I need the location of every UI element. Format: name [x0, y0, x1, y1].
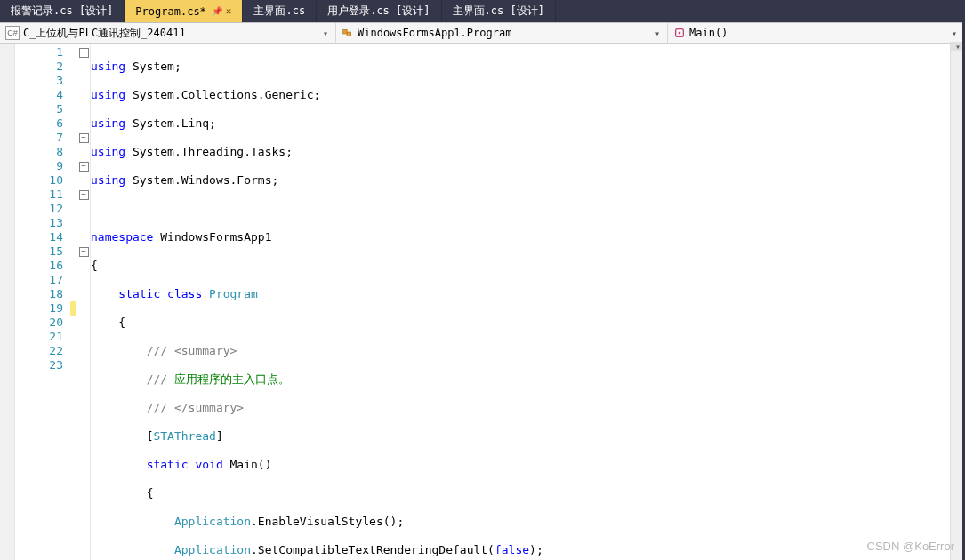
tab-label: 主界面.cs	[253, 4, 305, 19]
line-number: 9	[15, 159, 63, 173]
code-line: {	[91, 486, 965, 500]
document-tabs: 报警记录.cs [设计] Program.cs* 📌 ✕ 主界面.cs 用户登录…	[0, 0, 965, 23]
code-line: /// <summary>	[91, 344, 965, 358]
line-number: 21	[15, 330, 63, 344]
code-editor[interactable]: 1 2 3 4 5 6 7 8 9 10 11 12 13 14 15 16 1…	[0, 44, 965, 560]
line-number: 11	[15, 188, 63, 202]
fold-toggle[interactable]: −	[79, 133, 89, 143]
line-number: 6	[15, 116, 63, 131]
line-number: 16	[15, 259, 63, 273]
line-number: 12	[15, 202, 63, 216]
close-icon[interactable]: ✕	[226, 5, 232, 17]
nav-class-label: WindowsFormsApp1.Program	[358, 27, 511, 39]
fold-toggle[interactable]: −	[79, 48, 89, 58]
csharp-project-icon: C#	[5, 26, 20, 40]
code-line: Application.SetCompatibleTextRenderingDe…	[91, 543, 965, 557]
chevron-down-icon: ▾	[321, 28, 330, 38]
tab-main-ui[interactable]: 主界面.cs	[243, 0, 317, 22]
watermark: CSDN @KoError	[867, 540, 954, 553]
line-number: 22	[15, 344, 63, 358]
line-number: 3	[15, 74, 63, 88]
fold-toggle[interactable]: −	[79, 162, 89, 172]
tab-program-cs[interactable]: Program.cs* 📌 ✕	[125, 0, 243, 22]
class-icon	[342, 27, 354, 39]
change-markers	[68, 44, 77, 560]
code-line: using System.Collections.Generic;	[91, 88, 965, 102]
nav-class-dropdown[interactable]: WindowsFormsApp1.Program ▾	[336, 23, 668, 43]
code-line: {	[91, 316, 965, 330]
code-line: {	[91, 259, 965, 273]
line-number: 8	[15, 145, 63, 159]
tab-label: Program.cs*	[135, 5, 205, 18]
nav-method-label: Main()	[689, 27, 728, 39]
line-number: 10	[15, 173, 63, 188]
line-number: 5	[15, 102, 63, 116]
code-line: /// 应用程序的主入口点。	[91, 372, 965, 387]
line-number: 18	[15, 287, 63, 301]
chevron-down-icon: ▾	[653, 28, 662, 38]
method-icon	[673, 27, 686, 39]
code-line: using System;	[91, 60, 965, 74]
tab-label: 主界面.cs [设计]	[453, 4, 544, 19]
code-line: [STAThread]	[91, 429, 965, 444]
code-line: using System.Threading.Tasks;	[91, 145, 965, 159]
pin-icon[interactable]: 📌	[212, 6, 222, 16]
svg-rect-0	[343, 30, 347, 34]
code-line: /// </summary>	[91, 401, 965, 415]
line-number: 1	[15, 45, 63, 60]
line-numbers: 1 2 3 4 5 6 7 8 9 10 11 12 13 14 15 16 1…	[15, 44, 68, 560]
tab-main-ui-design[interactable]: 主界面.cs [设计]	[442, 0, 556, 22]
tab-label: 报警记录.cs [设计]	[11, 4, 113, 19]
code-line: static void Main()	[91, 458, 965, 472]
code-line: using System.Linq;	[91, 116, 965, 131]
tab-alarm-record[interactable]: 报警记录.cs [设计]	[0, 0, 125, 22]
tab-label: 用户登录.cs [设计]	[327, 4, 430, 19]
nav-project-dropdown[interactable]: C# C_上位机与PLC通讯控制_240411 ▾	[0, 23, 336, 43]
fold-toggle[interactable]: −	[79, 247, 89, 257]
modified-marker	[70, 301, 76, 316]
line-number: 15	[15, 244, 63, 259]
line-number: 13	[15, 216, 63, 230]
svg-rect-1	[347, 32, 350, 36]
line-number: 7	[15, 131, 63, 145]
line-number: 14	[15, 230, 63, 244]
code-line: Application.EnableVisualStyles();	[91, 515, 965, 529]
nav-project-label: C_上位机与PLC通讯控制_240411	[23, 26, 186, 41]
line-number: 20	[15, 316, 63, 330]
code-line: static class Program	[91, 287, 965, 301]
code-line: namespace WindowsFormsApp1	[91, 230, 965, 244]
glyph-margin	[0, 44, 15, 560]
fold-column: − − − − −	[77, 44, 90, 560]
line-number: 19	[15, 301, 63, 316]
code-line	[91, 202, 965, 216]
chevron-down-icon: ▾	[950, 28, 959, 38]
line-number: 2	[15, 60, 63, 74]
svg-point-3	[679, 32, 681, 35]
nav-method-dropdown[interactable]: Main() ▾	[668, 23, 965, 43]
code-line: using System.Windows.Forms;	[91, 173, 965, 188]
code-area[interactable]: using System; using System.Collections.G…	[90, 44, 965, 560]
tab-user-login[interactable]: 用户登录.cs [设计]	[317, 0, 441, 22]
fold-toggle[interactable]: −	[79, 190, 89, 200]
nav-bar: C# C_上位机与PLC通讯控制_240411 ▾ WindowsFormsAp…	[0, 23, 965, 44]
line-number: 4	[15, 88, 63, 102]
line-number: 17	[15, 273, 63, 287]
line-number: 23	[15, 358, 63, 372]
